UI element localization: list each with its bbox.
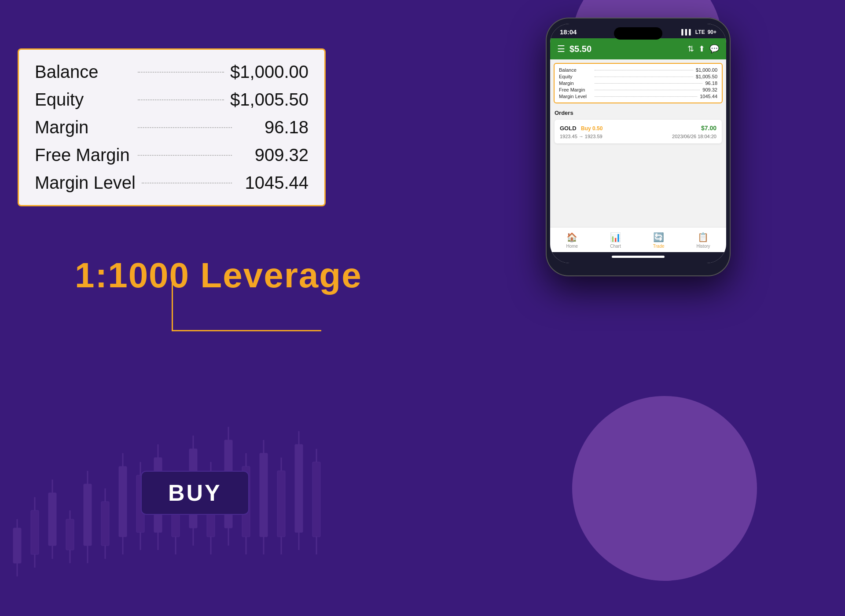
orders-title: Orders (555, 110, 722, 116)
buy-button-display: BUY (141, 471, 249, 515)
svg-rect-15 (101, 502, 109, 546)
phone-acct-row: Balance $1,000.00 (559, 67, 717, 73)
phone-acct-label: Free Margin (559, 87, 592, 92)
phone-acct-label: Margin Level (559, 94, 592, 99)
phone-acct-label: Equity (559, 74, 592, 79)
dot-line (138, 127, 232, 128)
account-info-box: Balance $1,000.00 Equity $1,005.50 Margi… (18, 48, 326, 206)
nav-item-history[interactable]: 📋 History (696, 232, 710, 249)
bottom-nav: 🏠 Home 📊 Chart 🔄 Trade 📋 History (550, 227, 726, 252)
status-time: 18:04 (560, 28, 577, 36)
svg-rect-6 (48, 493, 56, 546)
info-label: Balance (35, 62, 132, 82)
history-nav-label: History (696, 244, 710, 249)
sort-icon[interactable]: ⇅ (687, 44, 694, 54)
history-nav-icon: 📋 (698, 232, 709, 242)
phone-acct-row: Free Margin 909.32 (559, 87, 717, 92)
svg-rect-0 (13, 528, 21, 563)
acct-dots (595, 77, 693, 77)
acct-dots (595, 96, 697, 97)
svg-rect-12 (84, 484, 92, 546)
phone-acct-row: Margin 96.18 (559, 81, 717, 86)
trade-nav-icon: 🔄 (653, 232, 664, 242)
svg-rect-9 (66, 519, 74, 550)
signal-icon: ▌▌▌ (681, 29, 693, 35)
svg-rect-18 (119, 466, 127, 537)
home-nav-icon: 🏠 (566, 232, 577, 242)
dot-line (138, 155, 232, 156)
phone-device: 18:04 ▌▌▌ LTE 90+ ☰ $5.50 ⇅ ⬆ 💬 (546, 18, 731, 276)
order-prices: 1923.45 → 1923.59 (560, 134, 603, 139)
phone-account-box: Balance $1,000.00 Equity $1,005.50 Margi… (554, 63, 723, 103)
order-card[interactable]: GOLD Buy 0.50 $7.00 1923.45 → 1923.59 20… (555, 120, 722, 143)
nav-item-home[interactable]: 🏠 Home (566, 232, 578, 249)
svg-rect-42 (260, 453, 268, 537)
header-right: ⇅ ⬆ 💬 (687, 44, 719, 54)
deco-circle-bottom (572, 396, 757, 581)
trade-nav-label: Trade (653, 244, 665, 249)
network-label: LTE (695, 29, 705, 35)
info-row: Margin 96.18 (35, 117, 309, 137)
phone-acct-label: Margin (559, 81, 592, 86)
nav-item-chart[interactable]: 📊 Chart (610, 232, 621, 249)
order-cards-container: GOLD Buy 0.50 $7.00 1923.45 → 1923.59 20… (555, 120, 722, 143)
acct-dots (595, 83, 702, 84)
info-row: Equity $1,005.50 (35, 90, 309, 110)
phone-acct-value: 909.32 (702, 87, 717, 92)
home-indicator (612, 256, 665, 258)
order-top: GOLD Buy 0.50 $7.00 (560, 124, 716, 132)
app-header: ☰ $5.50 ⇅ ⬆ 💬 (550, 38, 726, 59)
phone-acct-value: 1045.44 (700, 94, 717, 99)
orders-empty-space (550, 148, 726, 227)
upload-icon[interactable]: ⬆ (698, 44, 705, 54)
home-bar (550, 252, 726, 263)
home-nav-label: Home (566, 244, 578, 249)
phone-wrapper: 18:04 ▌▌▌ LTE 90+ ☰ $5.50 ⇅ ⬆ 💬 (546, 18, 731, 276)
info-row: Free Margin 909.32 (35, 145, 309, 165)
acct-dots (595, 90, 700, 90)
order-bottom: 1923.45 → 1923.59 2023/06/26 18:04:20 (560, 134, 716, 139)
phone-acct-value: $1,005.50 (696, 74, 717, 79)
info-value: 1045.44 (238, 173, 309, 193)
info-label: Free Margin (35, 145, 132, 165)
header-left: ☰ $5.50 (557, 44, 592, 54)
info-label: Margin (35, 117, 132, 137)
phone-acct-row: Margin Level 1045.44 (559, 94, 717, 99)
svg-rect-48 (295, 444, 303, 532)
hamburger-icon[interactable]: ☰ (557, 44, 565, 54)
header-price: $5.50 (569, 44, 592, 54)
chart-nav-icon: 📊 (610, 232, 621, 242)
battery-label: 90+ (708, 29, 716, 35)
svg-rect-51 (312, 462, 320, 537)
phone-acct-row: Equity $1,005.50 (559, 74, 717, 79)
order-datetime: 2023/06/26 18:04:20 (672, 134, 716, 139)
order-symbol: GOLD (560, 125, 577, 132)
leverage-label: 1:1000 Leverage (75, 255, 362, 296)
order-type: Buy 0.50 (581, 125, 603, 132)
dot-line (138, 72, 224, 73)
order-profit: $7.00 (701, 125, 716, 132)
order-left: GOLD Buy 0.50 (560, 124, 603, 132)
dot-line (142, 183, 232, 183)
phone-acct-value: $1,000.00 (696, 67, 717, 73)
phone-screen: 18:04 ▌▌▌ LTE 90+ ☰ $5.50 ⇅ ⬆ 💬 (550, 24, 726, 263)
svg-rect-3 (31, 510, 39, 554)
dot-line (138, 99, 224, 100)
info-value: $1,005.50 (230, 90, 309, 110)
chart-nav-label: Chart (610, 244, 621, 249)
phone-acct-label: Balance (559, 67, 592, 73)
nav-item-trade[interactable]: 🔄 Trade (653, 232, 665, 249)
status-right: ▌▌▌ LTE 90+ (681, 29, 716, 35)
info-value: 96.18 (238, 117, 309, 137)
info-label: Margin Level (35, 173, 136, 193)
chat-icon[interactable]: 💬 (709, 44, 719, 54)
info-row: Margin Level 1045.44 (35, 173, 309, 193)
orders-section: Orders GOLD Buy 0.50 $7.00 1923.45 → 192… (550, 107, 726, 148)
dynamic-island (614, 27, 662, 40)
acct-dots (595, 70, 693, 70)
info-value: $1,000.00 (230, 62, 309, 82)
left-panel: Balance $1,000.00 Equity $1,005.50 Margi… (18, 48, 334, 206)
info-value: 909.32 (238, 145, 309, 165)
svg-rect-45 (277, 471, 285, 537)
phone-acct-value: 96.18 (705, 81, 717, 86)
